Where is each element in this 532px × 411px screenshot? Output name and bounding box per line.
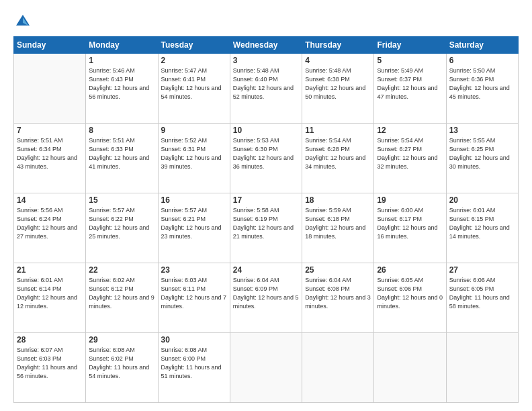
calendar-cell: 19Sunrise: 6:00 AM Sunset: 6:17 PM Dayli… [374,193,446,263]
calendar-cell: 16Sunrise: 5:57 AM Sunset: 6:21 PM Dayli… [158,193,230,263]
cell-info: Sunrise: 6:01 AM Sunset: 6:14 PM Dayligh… [17,276,83,311]
calendar-cell [374,333,446,403]
day-number: 7 [17,126,83,135]
day-number: 29 [89,335,154,345]
calendar-cell: 3Sunrise: 5:48 AM Sunset: 6:40 PM Daylig… [230,54,302,124]
calendar-cell: 25Sunrise: 6:04 AM Sunset: 6:08 PM Dayli… [302,263,374,333]
calendar-cell: 11Sunrise: 5:54 AM Sunset: 6:28 PM Dayli… [302,124,374,193]
day-number: 10 [233,126,299,135]
calendar-week-row: 7Sunrise: 5:51 AM Sunset: 6:34 PM Daylig… [14,124,519,193]
calendar-cell: 12Sunrise: 5:54 AM Sunset: 6:27 PM Dayli… [374,124,446,193]
cell-info: Sunrise: 5:57 AM Sunset: 6:21 PM Dayligh… [161,206,227,241]
calendar-cell: 27Sunrise: 6:06 AM Sunset: 6:05 PM Dayli… [446,263,518,333]
cell-info: Sunrise: 5:57 AM Sunset: 6:22 PM Dayligh… [89,206,154,241]
day-number: 1 [89,56,154,65]
calendar-cell: 5Sunrise: 5:49 AM Sunset: 6:37 PM Daylig… [374,54,446,124]
day-number: 19 [377,195,443,205]
cell-info: Sunrise: 6:05 AM Sunset: 6:06 PM Dayligh… [377,276,443,311]
calendar-cell: 28Sunrise: 6:07 AM Sunset: 6:03 PM Dayli… [14,333,86,403]
cell-info: Sunrise: 5:55 AM Sunset: 6:25 PM Dayligh… [449,136,515,171]
day-number: 18 [305,195,371,205]
cell-info: Sunrise: 6:08 AM Sunset: 6:00 PM Dayligh… [161,346,227,381]
cell-info: Sunrise: 6:03 AM Sunset: 6:11 PM Dayligh… [161,276,227,311]
cell-info: Sunrise: 5:51 AM Sunset: 6:33 PM Dayligh… [89,136,154,171]
weekday-header-tuesday: Tuesday [158,37,230,54]
calendar-cell: 7Sunrise: 5:51 AM Sunset: 6:34 PM Daylig… [14,124,86,193]
calendar-cell [302,333,374,403]
day-number: 14 [17,195,83,205]
cell-info: Sunrise: 6:07 AM Sunset: 6:03 PM Dayligh… [17,346,83,381]
day-number: 11 [305,126,371,135]
calendar-cell: 9Sunrise: 5:52 AM Sunset: 6:31 PM Daylig… [158,124,230,193]
cell-info: Sunrise: 6:06 AM Sunset: 6:05 PM Dayligh… [449,276,515,311]
cell-info: Sunrise: 5:52 AM Sunset: 6:31 PM Dayligh… [161,136,227,171]
cell-info: Sunrise: 6:04 AM Sunset: 6:08 PM Dayligh… [305,276,371,311]
day-number: 4 [305,56,371,65]
calendar-cell: 2Sunrise: 5:47 AM Sunset: 6:41 PM Daylig… [158,54,230,124]
calendar-week-row: 28Sunrise: 6:07 AM Sunset: 6:03 PM Dayli… [14,333,519,403]
day-number: 25 [305,265,371,275]
day-number: 2 [161,56,227,65]
weekday-header-monday: Monday [86,37,158,54]
cell-info: Sunrise: 6:01 AM Sunset: 6:15 PM Dayligh… [449,206,515,241]
calendar-table: SundayMondayTuesdayWednesdayThursdayFrid… [13,36,519,403]
calendar-cell: 23Sunrise: 6:03 AM Sunset: 6:11 PM Dayli… [158,263,230,333]
header [13,12,519,31]
day-number: 9 [161,126,227,135]
calendar-cell [14,54,86,124]
calendar-week-row: 1Sunrise: 5:46 AM Sunset: 6:43 PM Daylig… [14,54,519,124]
calendar-cell: 18Sunrise: 5:59 AM Sunset: 6:18 PM Dayli… [302,193,374,263]
day-number: 27 [449,265,515,275]
logo [13,12,35,31]
calendar-cell: 24Sunrise: 6:04 AM Sunset: 6:09 PM Dayli… [230,263,302,333]
cell-info: Sunrise: 6:08 AM Sunset: 6:02 PM Dayligh… [89,346,154,381]
calendar-cell: 17Sunrise: 5:58 AM Sunset: 6:19 PM Dayli… [230,193,302,263]
calendar-cell: 8Sunrise: 5:51 AM Sunset: 6:33 PM Daylig… [86,124,158,193]
day-number: 6 [449,56,515,65]
calendar-cell: 21Sunrise: 6:01 AM Sunset: 6:14 PM Dayli… [14,263,86,333]
cell-info: Sunrise: 6:02 AM Sunset: 6:12 PM Dayligh… [89,276,154,311]
day-number: 22 [89,265,154,275]
cell-info: Sunrise: 5:48 AM Sunset: 6:40 PM Dayligh… [233,66,299,101]
day-number: 30 [161,335,227,345]
calendar-cell: 10Sunrise: 5:53 AM Sunset: 6:30 PM Dayli… [230,124,302,193]
calendar-cell: 1Sunrise: 5:46 AM Sunset: 6:43 PM Daylig… [86,54,158,124]
calendar-cell: 15Sunrise: 5:57 AM Sunset: 6:22 PM Dayli… [86,193,158,263]
calendar-week-row: 14Sunrise: 5:56 AM Sunset: 6:24 PM Dayli… [14,193,519,263]
calendar-cell: 14Sunrise: 5:56 AM Sunset: 6:24 PM Dayli… [14,193,86,263]
weekday-header-thursday: Thursday [302,37,374,54]
day-number: 17 [233,195,299,205]
cell-info: Sunrise: 5:47 AM Sunset: 6:41 PM Dayligh… [161,66,227,101]
calendar-cell [446,333,518,403]
calendar-cell: 22Sunrise: 6:02 AM Sunset: 6:12 PM Dayli… [86,263,158,333]
day-number: 12 [377,126,443,135]
calendar-cell: 6Sunrise: 5:50 AM Sunset: 6:36 PM Daylig… [446,54,518,124]
day-number: 26 [377,265,443,275]
logo-icon [13,12,32,31]
day-number: 13 [449,126,515,135]
day-number: 3 [233,56,299,65]
cell-info: Sunrise: 6:00 AM Sunset: 6:17 PM Dayligh… [377,206,443,241]
calendar-cell: 29Sunrise: 6:08 AM Sunset: 6:02 PM Dayli… [86,333,158,403]
weekday-header-sunday: Sunday [14,37,86,54]
calendar-cell: 4Sunrise: 5:48 AM Sunset: 6:38 PM Daylig… [302,54,374,124]
cell-info: Sunrise: 5:56 AM Sunset: 6:24 PM Dayligh… [17,206,83,241]
cell-info: Sunrise: 5:54 AM Sunset: 6:27 PM Dayligh… [377,136,443,171]
page: SundayMondayTuesdayWednesdayThursdayFrid… [0,0,532,411]
day-number: 15 [89,195,154,205]
weekday-header-saturday: Saturday [446,37,518,54]
calendar-cell: 13Sunrise: 5:55 AM Sunset: 6:25 PM Dayli… [446,124,518,193]
cell-info: Sunrise: 5:46 AM Sunset: 6:43 PM Dayligh… [89,66,154,101]
cell-info: Sunrise: 5:50 AM Sunset: 6:36 PM Dayligh… [449,66,515,101]
cell-info: Sunrise: 5:59 AM Sunset: 6:18 PM Dayligh… [305,206,371,241]
cell-info: Sunrise: 5:48 AM Sunset: 6:38 PM Dayligh… [305,66,371,101]
day-number: 23 [161,265,227,275]
day-number: 21 [17,265,83,275]
weekday-header-wednesday: Wednesday [230,37,302,54]
day-number: 5 [377,56,443,65]
calendar-cell [230,333,302,403]
cell-info: Sunrise: 5:54 AM Sunset: 6:28 PM Dayligh… [305,136,371,171]
calendar-cell: 20Sunrise: 6:01 AM Sunset: 6:15 PM Dayli… [446,193,518,263]
day-number: 8 [89,126,154,135]
weekday-header-friday: Friday [374,37,446,54]
